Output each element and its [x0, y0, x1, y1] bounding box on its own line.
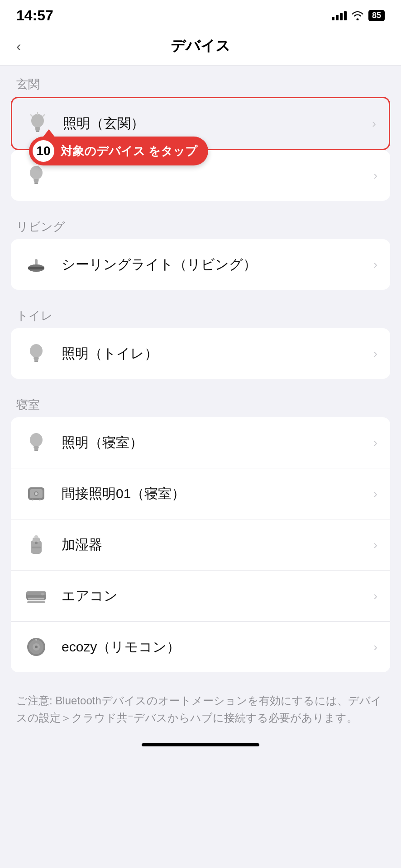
svg-rect-18: [34, 361, 38, 362]
svg-rect-39: [27, 601, 45, 603]
svg-rect-1: [35, 127, 40, 129]
device-item-shoumei-bedroom[interactable]: 照明（寝室） ›: [11, 417, 390, 468]
humidifier-icon: [24, 532, 49, 557]
svg-point-43: [35, 646, 38, 648]
section-label-toilet: トイレ: [0, 297, 401, 328]
svg-point-7: [30, 166, 43, 179]
chevron-icon-5: ›: [373, 436, 377, 450]
svg-rect-21: [34, 448, 38, 450]
svg-rect-3: [36, 131, 39, 132]
home-indicator: [142, 743, 259, 746]
device-name-ecozy: ecozy（リモコン）: [62, 638, 373, 656]
tooltip-container: 10 対象のデバイス をタップ ›: [11, 150, 390, 201]
status-bar: 14:57 85: [0, 0, 401, 27]
step-number: 10: [33, 140, 54, 162]
svg-line-5: [31, 115, 32, 116]
tooltip-text: 対象のデバイス をタップ: [61, 143, 197, 159]
status-time: 14:57: [16, 7, 53, 24]
device-item-ecozy[interactable]: ecozy（リモコン） ›: [11, 621, 390, 672]
nav-bar: ‹ デバイス: [0, 27, 401, 66]
chevron-icon-9: ›: [373, 640, 377, 654]
chevron-icon: ›: [372, 117, 376, 131]
svg-point-27: [32, 499, 33, 500]
footer-note: ご注意: Bluetoothデバイスのオートメーションを有効にするには、デバイス…: [0, 679, 401, 736]
device-item-indirect-bedroom[interactable]: 間接照明01（寝室） ›: [11, 468, 390, 519]
chevron-icon-7: ›: [373, 538, 377, 552]
bedroom-card: 照明（寝室） › 間接照明01（寝室） ›: [11, 417, 390, 672]
section-label-living: リビング: [0, 208, 401, 239]
section-label-genkan: 玄関: [0, 66, 401, 97]
light-bulb-icon-2: [24, 163, 49, 188]
device-name-humidifier: 加湿器: [62, 536, 373, 554]
page-title: デバイス: [171, 36, 230, 56]
chevron-icon-4: ›: [373, 347, 377, 361]
aircon-icon: [24, 583, 49, 609]
device-name-shoumei-toilet: 照明（トイレ）: [62, 344, 373, 363]
chevron-icon-6: ›: [373, 487, 377, 501]
back-button[interactable]: ‹: [16, 38, 21, 55]
smart-light-icon: [24, 481, 49, 506]
svg-point-38: [41, 593, 44, 595]
device-name-shoumei-bedroom: 照明（寝室）: [62, 434, 373, 452]
svg-rect-16: [33, 357, 39, 359]
svg-point-26: [35, 492, 38, 495]
svg-point-33: [34, 535, 38, 538]
svg-rect-10: [34, 183, 38, 184]
chevron-icon-2: ›: [373, 169, 377, 183]
device-name-shoumei-genkan: 照明（玄関）: [63, 114, 372, 133]
svg-point-15: [30, 344, 43, 358]
battery-indicator: 85: [368, 10, 385, 21]
svg-rect-8: [33, 179, 39, 181]
svg-point-32: [35, 542, 38, 544]
svg-point-28: [39, 499, 41, 500]
ceiling-light-icon: [24, 252, 49, 277]
remote-icon: [24, 634, 49, 660]
device-name-ceiling-living: シーリングライト（リビング）: [62, 255, 373, 274]
svg-rect-20: [33, 446, 39, 448]
device-item-ceiling-living[interactable]: シーリングライト（リビング） ›: [11, 239, 390, 290]
svg-rect-37: [28, 599, 44, 600]
wifi-icon: [351, 10, 364, 20]
living-card: シーリングライト（リビング） ›: [11, 239, 390, 290]
svg-rect-2: [35, 129, 40, 131]
chevron-icon-8: ›: [373, 589, 377, 603]
svg-line-6: [43, 115, 44, 116]
light-bulb-icon-bedroom: [24, 430, 49, 455]
svg-point-19: [30, 433, 43, 447]
device-item-aircon[interactable]: エアコン ›: [11, 570, 390, 621]
device-name-aircon: エアコン: [62, 587, 373, 605]
svg-rect-17: [34, 359, 38, 361]
svg-rect-36: [28, 598, 44, 599]
device-name-indirect-bedroom: 間接照明01（寝室）: [62, 485, 373, 503]
svg-rect-30: [33, 538, 40, 542]
svg-rect-22: [34, 450, 38, 451]
section-label-bedroom: 寝室: [0, 386, 401, 417]
status-icons: 85: [332, 10, 385, 21]
signal-icon: [332, 10, 347, 20]
toilet-card: 照明（トイレ） ›: [11, 328, 390, 379]
device-item-shoumei-toilet[interactable]: 照明（トイレ） ›: [11, 328, 390, 379]
svg-point-0: [31, 114, 44, 127]
step-tooltip: 10 対象のデバイス をタップ: [29, 137, 208, 165]
device-item-humidifier[interactable]: 加湿器 ›: [11, 519, 390, 570]
light-bulb-icon-toilet: [24, 341, 49, 366]
svg-rect-9: [34, 181, 38, 183]
chevron-icon-3: ›: [373, 258, 377, 272]
svg-rect-31: [32, 547, 41, 548]
svg-point-44: [35, 639, 37, 641]
svg-rect-14: [28, 267, 44, 269]
